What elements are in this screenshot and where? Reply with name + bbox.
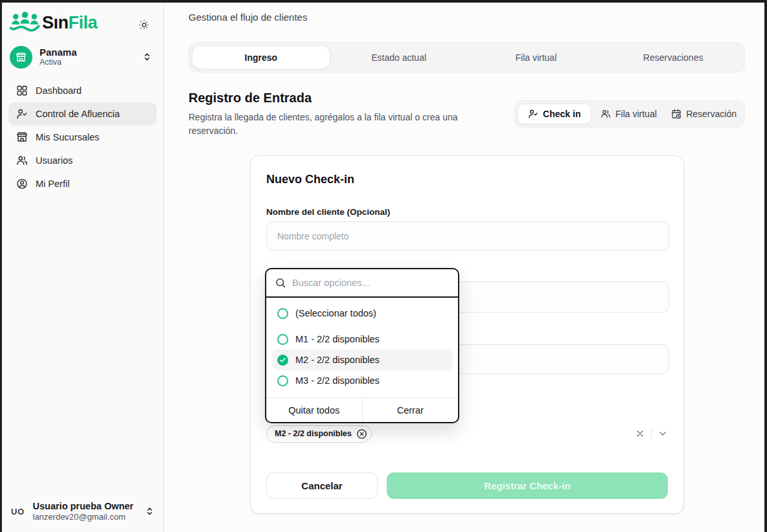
mode-label: Check in [543, 109, 580, 119]
multiselect-value-row: M2 - 2/2 disponibles [266, 425, 668, 443]
cancel-button[interactable]: Cancelar [266, 472, 378, 499]
branch-status: Activa [40, 58, 135, 67]
option-m1[interactable]: M1 - 2/2 disponibles [271, 329, 453, 349]
store-icon [16, 131, 28, 143]
logo-wordmark: SınFila [42, 13, 97, 33]
sidebar-item-label: Mi Perfil [36, 179, 69, 189]
main-tabbar: Ingreso Estado actual Fila virtual Reser… [189, 42, 745, 72]
sidebar-item-usuarios[interactable]: Usuarios [8, 149, 157, 172]
chevrons-up-down-icon [145, 507, 154, 516]
user-avatar: UO [11, 507, 25, 516]
sidebar-item-label: Dashboard [36, 85, 82, 96]
branch-name: Panama [40, 47, 135, 58]
sidebar-item-dashboard[interactable]: Dashboard [8, 79, 157, 102]
sidebar-item-label: Mis Sucursales [36, 132, 99, 142]
main-content: Gestiona el flujo de clientes Ingreso Es… [164, 3, 764, 532]
options-dropdown: (Seleccionar todos) M1 - 2/2 disponibles… [265, 268, 459, 423]
sidebar-item-mi-perfil[interactable]: Mi Perfil [8, 172, 157, 195]
mode-fila-virtual[interactable]: Fila virtual [593, 104, 665, 124]
branch-selector[interactable]: Panama Activa [10, 41, 155, 72]
tab-reservaciones[interactable]: Reservaciones [604, 45, 742, 69]
users-icon [601, 109, 611, 119]
mode-label: Fila virtual [615, 109, 657, 119]
clear-selection-icon[interactable] [635, 428, 645, 439]
selected-option-chip[interactable]: M2 - 2/2 disponibles [266, 425, 372, 443]
tab-estado-actual[interactable]: Estado actual [330, 45, 468, 69]
option-label: (Seleccionar todos) [295, 308, 376, 318]
mode-label: Reservación [686, 109, 737, 119]
option-label: M3 - 2/2 disponibles [295, 375, 380, 386]
divider [651, 428, 652, 439]
option-m3[interactable]: M3 - 2/2 disponibles [271, 370, 453, 391]
user-check-icon [528, 109, 538, 119]
sidebar-item-control-de-afluencia[interactable]: Control de Afluencia [8, 102, 157, 126]
dropdown-option-list: (Seleccionar todos) M1 - 2/2 disponibles… [266, 298, 458, 397]
app-logo: SınFila [10, 10, 97, 35]
option-label: M1 - 2/2 disponibles [295, 334, 380, 344]
sidebar: SınFila [2, 3, 164, 532]
radio-circle-icon [277, 375, 288, 386]
people-wave-logo-icon [10, 10, 41, 35]
mode-reservacion[interactable]: Reservación [666, 104, 742, 124]
tab-fila-virtual[interactable]: Fila virtual [468, 45, 605, 69]
user-check-icon [16, 108, 28, 120]
page-subtitle: Gestiona el flujo de clientes [189, 12, 307, 23]
sidebar-item-mis-sucursales[interactable]: Mis Sucursales [8, 126, 157, 149]
client-name-label: Nombre del cliente (Opcional) [266, 207, 390, 217]
radio-circle-icon [277, 334, 288, 345]
close-dropdown-button[interactable]: Cerrar [363, 398, 459, 422]
user-circle-icon [16, 178, 28, 190]
section-description: Registra la llegada de clientes, agrégal… [189, 111, 492, 138]
sidebar-item-label: Usuarios [36, 155, 73, 166]
store-icon [16, 52, 27, 63]
dropdown-search [266, 269, 458, 298]
dashboard-grid-icon [16, 85, 28, 96]
user-name: Usuario prueba Owner [33, 501, 137, 512]
chevron-down-icon[interactable] [658, 428, 668, 439]
app-window: SınFila [0, 0, 767, 532]
theme-toggle-button[interactable] [135, 16, 152, 33]
card-actions: Cancelar Registrar Check-in [266, 472, 668, 499]
user-email: lanzerdev20@gmail.com [33, 512, 137, 522]
remove-chip-icon[interactable] [356, 428, 367, 439]
option-m2[interactable]: M2 - 2/2 disponibles [271, 349, 453, 370]
check-circle-icon [277, 355, 288, 366]
branch-avatar [10, 46, 32, 69]
sidebar-nav: Dashboard Control de Afluencia Mis Sucur… [8, 79, 157, 195]
radio-circle-icon [277, 308, 288, 319]
option-label: M2 - 2/2 disponibles [295, 355, 380, 365]
card-title: Nuevo Check-in [266, 173, 354, 186]
section-title: Registro de Entrada [189, 91, 312, 105]
option-select-all[interactable]: (Seleccionar todos) [271, 303, 453, 324]
register-checkin-button[interactable]: Registrar Check-in [387, 472, 668, 499]
calendar-clock-icon [671, 109, 681, 119]
sidebar-item-label: Control de Afluencia [36, 109, 120, 119]
entry-mode-switcher: Check in Fila virtual Reservación [514, 100, 745, 127]
clear-all-button[interactable]: Quitar todos [266, 398, 362, 422]
dropdown-search-input[interactable] [292, 278, 450, 288]
mode-check-in[interactable]: Check in [518, 104, 591, 124]
search-icon [275, 277, 286, 289]
tab-ingreso[interactable]: Ingreso [192, 45, 330, 69]
client-name-input[interactable] [266, 221, 669, 250]
user-menu[interactable]: UO Usuario prueba Owner lanzerdev20@gmai… [11, 498, 157, 524]
dropdown-footer: Quitar todos Cerrar [266, 397, 458, 422]
sun-icon [139, 19, 150, 30]
users-icon [16, 155, 28, 166]
chip-label: M2 - 2/2 disponibles [275, 429, 352, 438]
chevrons-up-down-icon [143, 52, 152, 61]
